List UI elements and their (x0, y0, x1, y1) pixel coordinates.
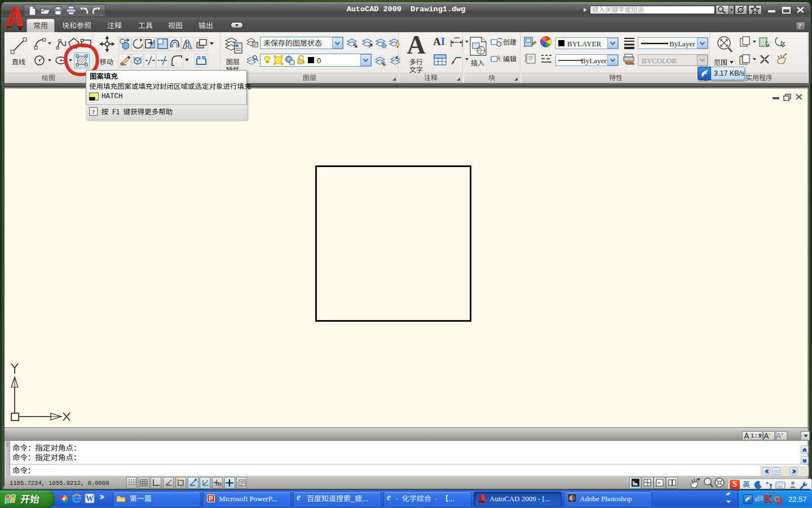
svg-text:W: W (86, 494, 94, 503)
svg-text:?: ? (92, 108, 95, 115)
svg-text:P: P (209, 495, 213, 502)
